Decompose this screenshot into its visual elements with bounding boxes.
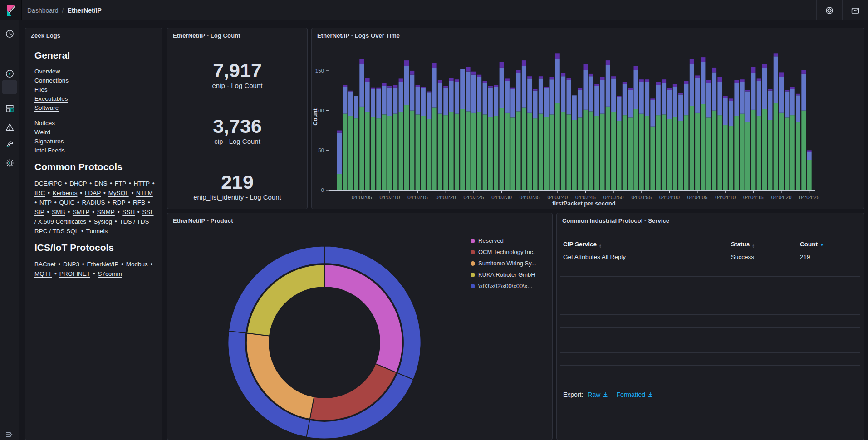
zeek-link[interactable]: NTP bbox=[39, 199, 52, 206]
zeek-link[interactable]: SIP bbox=[34, 209, 44, 215]
bar-enip-list-identity[interactable] bbox=[740, 79, 745, 82]
legend-item[interactable]: Reserved bbox=[471, 235, 536, 246]
bar-enip-list-identity[interactable] bbox=[376, 88, 381, 89]
bar-enip[interactable] bbox=[656, 115, 661, 190]
bar-enip-list-identity[interactable] bbox=[399, 78, 403, 82]
bar-enip[interactable] bbox=[584, 110, 588, 190]
zeek-link[interactable]: HTTP bbox=[134, 180, 150, 187]
bar-cip[interactable] bbox=[684, 84, 688, 115]
bar-enip-list-identity[interactable] bbox=[623, 82, 627, 84]
bar-enip[interactable] bbox=[589, 111, 593, 190]
bar-enip-list-identity[interactable] bbox=[584, 64, 588, 70]
sidebar-item-alerts[interactable] bbox=[0, 119, 19, 135]
bar-enip[interactable] bbox=[774, 103, 778, 190]
bar-cip[interactable] bbox=[416, 87, 420, 114]
bar-enip-list-identity[interactable] bbox=[768, 89, 772, 91]
bar-cip[interactable] bbox=[678, 95, 683, 121]
bar-enip-list-identity[interactable] bbox=[510, 88, 515, 89]
bar-enip[interactable] bbox=[376, 118, 381, 190]
bar-enip-list-identity[interactable] bbox=[416, 85, 420, 87]
zeek-link[interactable]: Executables bbox=[34, 95, 68, 102]
bar-cip[interactable] bbox=[337, 133, 342, 174]
zeek-link[interactable]: DNP3 bbox=[63, 261, 79, 268]
bar-enip[interactable] bbox=[522, 108, 526, 190]
bar-enip[interactable] bbox=[734, 116, 739, 190]
bar-cip[interactable] bbox=[371, 89, 375, 117]
bar-enip-list-identity[interactable] bbox=[611, 76, 616, 78]
bar-enip-list-identity[interactable] bbox=[483, 81, 487, 83]
bar-cip[interactable] bbox=[354, 96, 358, 118]
bar-cip[interactable] bbox=[695, 78, 700, 113]
bar-enip-list-identity[interactable] bbox=[578, 88, 582, 90]
bar-cip[interactable] bbox=[740, 82, 745, 114]
bar-cip[interactable] bbox=[600, 80, 605, 114]
export-formatted-link[interactable]: Formatted bbox=[616, 391, 653, 398]
bar-enip-list-identity[interactable] bbox=[427, 92, 431, 93]
bar-enip-list-identity[interactable] bbox=[701, 57, 705, 62]
zeek-link[interactable]: QUIC bbox=[59, 199, 74, 206]
bar-enip[interactable] bbox=[404, 105, 409, 190]
bar-cip[interactable] bbox=[382, 86, 387, 114]
bar-cip[interactable] bbox=[443, 88, 448, 115]
bar-cip[interactable] bbox=[561, 76, 565, 112]
bar-cip[interactable] bbox=[522, 66, 526, 107]
bar-enip[interactable] bbox=[717, 115, 722, 190]
bar-enip[interactable] bbox=[695, 113, 700, 190]
bar-enip-list-identity[interactable] bbox=[785, 90, 789, 92]
bar-cip[interactable] bbox=[650, 100, 655, 127]
zeek-link[interactable]: PROFINET bbox=[59, 270, 90, 277]
bar-enip-list-identity[interactable] bbox=[751, 67, 755, 73]
feedback-button[interactable] bbox=[842, 0, 868, 20]
bar-cip[interactable] bbox=[589, 76, 593, 111]
bar-enip[interactable] bbox=[623, 115, 627, 190]
bar-enip-list-identity[interactable] bbox=[774, 53, 778, 56]
bar-enip-list-identity[interactable] bbox=[494, 85, 498, 87]
bar-enip[interactable] bbox=[785, 117, 789, 190]
column-header-cip-service[interactable]: CIP Service▲▼ bbox=[563, 241, 602, 249]
sidebar-item-management[interactable] bbox=[0, 155, 19, 171]
sidebar-item-dev-tools[interactable] bbox=[0, 135, 19, 151]
bar-cip[interactable] bbox=[762, 68, 767, 109]
bar-cip[interactable] bbox=[516, 73, 521, 111]
bar-cip[interactable] bbox=[544, 88, 549, 117]
zeek-link[interactable]: S7comm bbox=[98, 270, 122, 277]
bar-cip[interactable] bbox=[500, 68, 504, 108]
bar-enip-list-identity[interactable] bbox=[600, 77, 605, 80]
zeek-link[interactable]: IRC bbox=[34, 190, 45, 196]
zeek-link[interactable]: Notices bbox=[34, 120, 55, 127]
bar-enip[interactable] bbox=[477, 112, 481, 190]
zeek-link[interactable]: Signatures bbox=[34, 138, 64, 145]
bar-enip-list-identity[interactable] bbox=[382, 83, 387, 86]
bar-enip-list-identity[interactable] bbox=[438, 80, 442, 83]
bar-cip[interactable] bbox=[757, 81, 761, 116]
bar-enip-list-identity[interactable] bbox=[449, 78, 454, 81]
bar-enip[interactable] bbox=[527, 113, 532, 190]
bar-cip[interactable] bbox=[460, 69, 465, 109]
bar-cip[interactable] bbox=[466, 72, 471, 112]
bar-enip-list-identity[interactable] bbox=[706, 80, 711, 83]
zeek-link[interactable]: BACnet bbox=[34, 261, 56, 268]
bar-enip-list-identity[interactable] bbox=[348, 91, 353, 92]
bar-enip[interactable] bbox=[667, 119, 672, 190]
bar-enip[interactable] bbox=[729, 126, 733, 190]
bar-enip-list-identity[interactable] bbox=[500, 62, 504, 68]
bar-enip[interactable] bbox=[365, 112, 370, 190]
bar-cip[interactable] bbox=[494, 87, 498, 116]
bar-enip-list-identity[interactable] bbox=[717, 77, 722, 82]
zeek-link[interactable]: RADIUS bbox=[82, 199, 105, 206]
zeek-link[interactable]: DCE/RPC bbox=[34, 180, 62, 187]
bar-enip-list-identity[interactable] bbox=[801, 70, 806, 74]
bar-enip[interactable] bbox=[516, 111, 521, 190]
bar-enip[interactable] bbox=[393, 114, 397, 190]
bar-cip[interactable] bbox=[404, 66, 409, 105]
zeek-link[interactable]: SNMP bbox=[97, 209, 115, 215]
bar-enip[interactable] bbox=[650, 127, 655, 190]
bar-enip[interactable] bbox=[488, 117, 493, 190]
table-row[interactable]: Get Attributes All Reply Success 219 bbox=[560, 251, 860, 264]
bar-enip-list-identity[interactable] bbox=[617, 96, 622, 97]
bar-enip-list-identity[interactable] bbox=[337, 131, 342, 133]
bar-enip[interactable] bbox=[600, 114, 605, 190]
bar-enip[interactable] bbox=[500, 108, 504, 190]
bar-cip[interactable] bbox=[801, 74, 806, 111]
bar-enip[interactable] bbox=[578, 117, 582, 190]
